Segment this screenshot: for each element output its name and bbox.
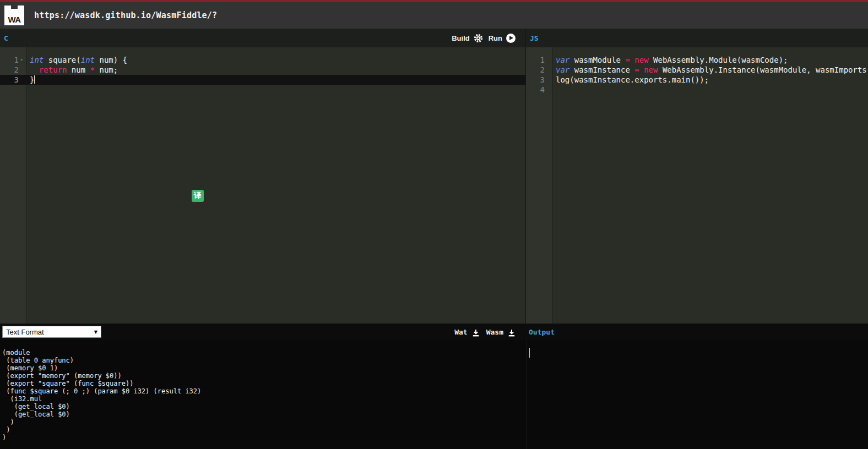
line-number: 1	[526, 55, 545, 65]
wasm-logo-text: WA	[8, 15, 20, 25]
output-caret	[529, 348, 530, 358]
line-number: 4	[526, 85, 545, 95]
play-icon[interactable]	[506, 34, 516, 43]
line-number: 1	[0, 55, 19, 65]
browser-bar: WA https://wasdk.github.io/WasmFiddle/?	[0, 2, 868, 29]
wasm-logo: WA	[4, 6, 24, 25]
download-icon[interactable]	[472, 329, 480, 337]
code-line[interactable]: 1var wasmModule = new WebAssembly.Module…	[526, 55, 868, 65]
code-line[interactable]: 1▾int square(int num) {	[0, 55, 525, 65]
url-text[interactable]: https://wasdk.github.io/WasmFiddle/?	[34, 10, 217, 20]
wat-pane: (module (table 0 anyfunc) (memory $0 1) …	[0, 340, 526, 449]
c-pane-header: C Build Run	[0, 29, 525, 47]
js-pane: JS 1var wasmModule = new WebAssembly.Mod…	[526, 29, 868, 324]
c-pane-label: C	[0, 34, 8, 42]
cursor-caret	[34, 75, 35, 84]
output-editor[interactable]	[526, 340, 868, 449]
js-pane-header: JS	[526, 29, 868, 47]
build-button[interactable]: Build	[452, 34, 470, 42]
code-line[interactable]: 4	[526, 85, 868, 95]
code-line[interactable]: 3log(wasmInstance.exports.main());	[526, 75, 868, 85]
fold-arrow-icon[interactable]: ▾	[20, 55, 23, 65]
line-number: 3	[0, 75, 19, 85]
js-editor[interactable]: 1var wasmModule = new WebAssembly.Module…	[526, 47, 868, 324]
line-number: 3	[526, 75, 545, 85]
code-text: var wasmInstance = new WebAssembly.Insta…	[545, 65, 868, 74]
editors-region: C Build Run 1▾int square(int num) {2 ret…	[0, 29, 868, 324]
format-select-wrap: Text Format ▼	[2, 326, 101, 338]
gear-icon[interactable]	[474, 34, 483, 43]
js-pane-label: JS	[526, 34, 539, 42]
output-toolbar: Output	[526, 324, 868, 340]
line-number: 2	[526, 65, 545, 75]
line-number: 2	[0, 65, 19, 75]
output-label: Output	[526, 328, 555, 336]
code-text: return num * num;	[19, 65, 118, 74]
c-editor[interactable]: 1▾int square(int num) {2 return num * nu…	[0, 47, 525, 324]
download-wasm-button[interactable]: Wasm	[486, 328, 503, 336]
code-line[interactable]: 2var wasmInstance = new WebAssembly.Inst…	[526, 65, 868, 75]
code-text: }	[19, 75, 35, 84]
format-select[interactable]: Text Format	[2, 326, 101, 338]
code-text: int square(int num) {	[19, 56, 127, 64]
code-text	[545, 85, 556, 94]
wat-output[interactable]: (module (table 0 anyfunc) (memory $0 1) …	[0, 340, 526, 441]
wasmfiddle-app: WA https://wasdk.github.io/WasmFiddle/? …	[0, 0, 868, 449]
run-button[interactable]: Run	[489, 34, 502, 42]
download-wat-button[interactable]: Wat	[454, 328, 467, 336]
c-pane: C Build Run 1▾int square(int num) {2 ret…	[0, 29, 526, 324]
translate-badge[interactable]: 译	[192, 190, 204, 202]
code-text: var wasmModule = new WebAssembly.Module(…	[545, 56, 788, 64]
bottom-content: (module (table 0 anyfunc) (memory $0 1) …	[0, 340, 868, 449]
download-icon[interactable]	[508, 329, 516, 337]
code-line[interactable]: 2 return num * num;	[0, 65, 525, 75]
code-line[interactable]: 3}	[0, 75, 525, 85]
code-text: log(wasmInstance.exports.main());	[545, 75, 709, 84]
wat-toolbar: Text Format ▼ Wat Wasm	[0, 324, 526, 340]
bottom-toolbar: Text Format ▼ Wat Wasm Output	[0, 324, 868, 340]
